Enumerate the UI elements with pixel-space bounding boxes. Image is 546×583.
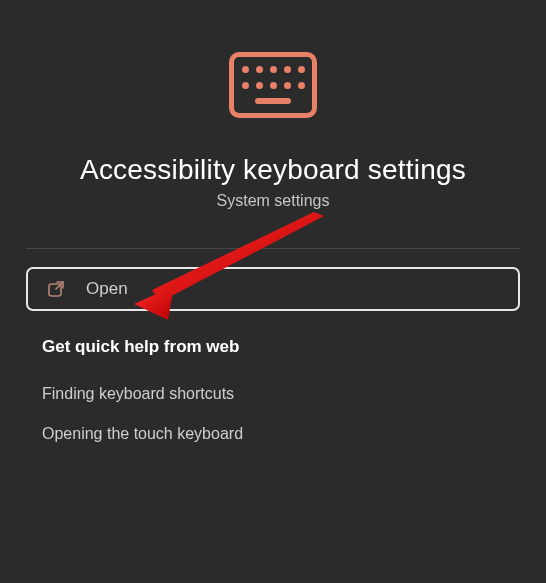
settings-result-panel: Accessibility keyboard settings System s…: [0, 0, 546, 583]
open-button-label: Open: [86, 279, 128, 299]
keyboard-icon: [229, 52, 317, 118]
keyboard-icon-spacebar: [255, 98, 291, 104]
result-title: Accessibility keyboard settings: [80, 154, 466, 186]
keyboard-icon-row: [242, 82, 305, 89]
keyboard-icon-row: [242, 66, 305, 73]
help-link-touch-keyboard[interactable]: Opening the touch keyboard: [42, 425, 504, 443]
result-subtitle: System settings: [217, 192, 330, 210]
help-heading: Get quick help from web: [42, 337, 504, 357]
help-link-keyboard-shortcuts[interactable]: Finding keyboard shortcuts: [42, 385, 504, 403]
help-section: Get quick help from web Finding keyboard…: [42, 337, 504, 443]
divider: [26, 248, 520, 249]
open-button[interactable]: Open: [26, 267, 520, 311]
open-external-icon: [46, 279, 66, 299]
hero-section: Accessibility keyboard settings System s…: [0, 52, 546, 210]
